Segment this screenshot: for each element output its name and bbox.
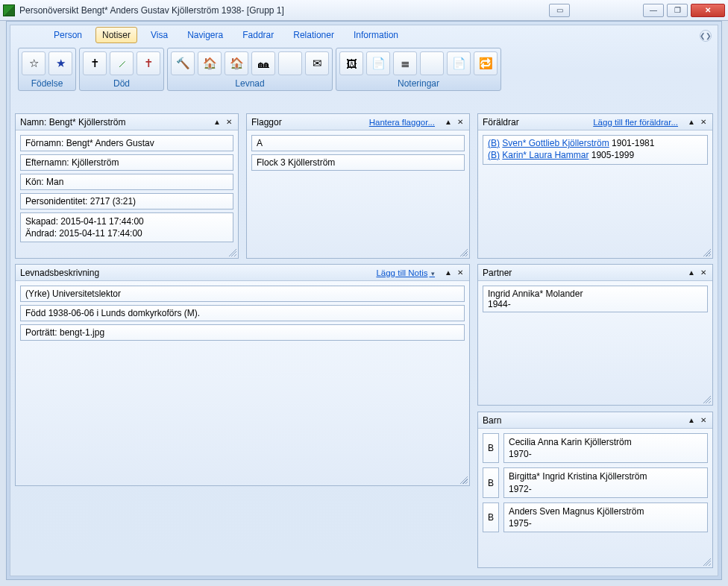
child-row[interactable]: B Birgitta* Ingrid Kristina Kjöllerström… <box>483 467 708 497</box>
tray-button[interactable] <box>549 4 570 17</box>
flag-item-1[interactable]: A <box>251 135 465 151</box>
menu-relationer[interactable]: Relationer <box>287 28 340 42</box>
resize-grip[interactable] <box>702 394 711 403</box>
chevron-down-icon: ▾ <box>429 270 435 277</box>
page-icon[interactable]: 📄 <box>366 51 390 75</box>
panel-levnad-title: Levnadsbeskrivning <box>20 268 99 278</box>
ribbon-collapse-icon[interactable]: ❮❯ <box>700 30 712 42</box>
panel-foraldrar-title: Föräldrar <box>483 117 519 127</box>
child-years: 1970- <box>509 448 703 460</box>
panel-partner-close-icon[interactable]: ✕ <box>699 268 708 277</box>
panel-flaggor-up-icon[interactable]: ▲ <box>444 118 453 126</box>
resize-grip[interactable] <box>702 248 711 256</box>
ribbon-group-dod: ✝ ⟋ ✝ Död <box>79 48 164 91</box>
house-flag-icon[interactable]: 🏠 <box>198 51 222 75</box>
panel-foraldrar: Föräldrar Lägg till fler föräldrar... ▲ … <box>477 113 713 259</box>
parent-tag: (B) <box>488 138 500 148</box>
child-name: Birgitta* Ingrid Kristina Kjöllerström <box>509 470 703 482</box>
parent-years: 1901-1981 <box>612 138 654 148</box>
blank-levnad-icon[interactable] <box>278 51 302 75</box>
panel-foraldrar-up-icon[interactable]: ▲ <box>687 118 696 126</box>
label-andrad: Ändrad: 2015-04-11 17:44:00 <box>25 227 228 239</box>
levnad-item-3[interactable]: Porträtt: bengt-1.jpg <box>20 324 465 341</box>
image-icon[interactable]: 🖼 <box>339 51 363 75</box>
child-badge: B <box>483 433 499 463</box>
panel-flaggor-close-icon[interactable]: ✕ <box>456 118 465 126</box>
parent-name-link[interactable]: Karin* Laura Hammar <box>502 150 589 160</box>
levnad-item-1[interactable]: (Yrke) Universitetslektor <box>20 286 465 302</box>
menu-faddrar[interactable]: Faddrar <box>236 28 280 42</box>
close-button[interactable] <box>691 4 725 17</box>
parent-name-link[interactable]: Sven* Gottlieb Kjöllerström <box>502 138 609 148</box>
star-outline-icon[interactable]: ☆ <box>22 51 46 75</box>
mail-icon[interactable]: ✉ <box>305 51 329 75</box>
parent-years: 1905-1999 <box>592 150 634 160</box>
panel-foraldrar-close-icon[interactable]: ✕ <box>699 118 708 126</box>
panel-barn-up-icon[interactable]: ▲ <box>687 416 696 424</box>
panel-levnad-up-icon[interactable]: ▲ <box>444 268 453 277</box>
app-frame: Person Notiser Visa Navigera Faddrar Rel… <box>6 21 722 580</box>
panel-barn-close-icon[interactable]: ✕ <box>699 416 708 424</box>
swap-icon[interactable]: 🔁 <box>474 51 498 75</box>
resize-grip[interactable] <box>459 475 468 484</box>
menu-visa[interactable]: Visa <box>145 28 174 42</box>
menubar: Person Notiser Visa Navigera Faddrar Rel… <box>10 25 718 45</box>
child-years: 1972- <box>509 483 703 495</box>
parents-box: (B) Sven* Gottlieb Kjöllerström 1901-198… <box>483 135 708 165</box>
child-years: 1975- <box>509 517 703 529</box>
ribbon-label-fodelse: Födelse <box>22 75 72 89</box>
ribbon-label-levnad: Levnad <box>171 75 329 89</box>
ribbon-group-levnad: 🔨 🏠 🏠 🏘 ✉ Levnad <box>167 48 333 91</box>
panel-name-close-icon[interactable]: ✕ <box>225 118 233 126</box>
parent-row[interactable]: (B) Karin* Laura Hammar 1905-1999 <box>488 150 703 160</box>
resize-grip[interactable] <box>228 248 236 256</box>
houses-icon[interactable]: 🏘 <box>251 51 275 75</box>
page-red-icon[interactable]: 📄 <box>447 51 471 75</box>
menu-navigera[interactable]: Navigera <box>181 28 229 42</box>
cross-mark-icon[interactable]: ✝ <box>136 51 160 75</box>
wand-icon[interactable]: ⟋ <box>110 51 134 75</box>
panel-flaggor-action[interactable]: Hantera flaggor... <box>369 118 439 127</box>
parent-tag: (B) <box>488 150 500 160</box>
panel-barn-title: Barn <box>483 415 501 426</box>
panel-barn: Barn ▲ ✕ B Cecilia Anna Karin Kjöllerstr… <box>477 412 713 568</box>
child-badge: B <box>483 502 499 532</box>
panels-area: Namn: Bengt* Kjöllerström ▲ ✕ Förnamn: B… <box>15 113 713 571</box>
field-efternamn[interactable]: Efternamn: Kjöllerström <box>20 154 233 171</box>
field-fornamn[interactable]: Förnamn: Bengt* Anders Gustav <box>20 135 233 151</box>
levnad-item-2[interactable]: Född 1938-06-06 i Lunds domkyrkoförs (M)… <box>20 305 465 321</box>
panel-name-up-icon[interactable]: ▲ <box>213 118 222 126</box>
field-personid[interactable]: Personidentitet: 2717 (3:21) <box>20 193 233 209</box>
menu-information[interactable]: Information <box>348 28 404 42</box>
star-filled-icon[interactable]: ★ <box>48 51 72 75</box>
panel-levnad-close-icon[interactable]: ✕ <box>456 268 465 277</box>
ribbon-group-fodelse: ☆ ★ Födelse <box>18 48 76 91</box>
ribbon-label-noteringar: Noteringar <box>339 75 498 89</box>
menu-person[interactable]: Person <box>48 28 88 42</box>
field-timestamps: Skapad: 2015-04-11 17:44:00 Ändrad: 2015… <box>20 212 233 242</box>
resize-grip[interactable] <box>702 557 711 566</box>
blank-noter-icon[interactable] <box>420 51 444 75</box>
flag-item-2[interactable]: Flock 3 Kjöllerström <box>251 154 465 171</box>
titlebar: Personöversikt Bengt* Anders Gustav Kjöl… <box>0 0 728 21</box>
menu-notiser[interactable]: Notiser <box>95 27 137 43</box>
panel-partner: Partner ▲ ✕ Ingrid Annika* Molander 1944… <box>477 264 713 406</box>
maximize-button[interactable] <box>667 4 688 17</box>
partner-box[interactable]: Ingrid Annika* Molander 1944- <box>483 286 708 312</box>
child-badge: B <box>483 467 499 497</box>
lines-icon[interactable]: ≣ <box>393 51 417 75</box>
panel-name-title: Namn: Bengt* Kjöllerström <box>20 117 125 127</box>
house-red-icon[interactable]: 🏠 <box>225 51 248 75</box>
panel-partner-up-icon[interactable]: ▲ <box>687 268 696 277</box>
child-row[interactable]: B Anders Sven Magnus Kjöllerström 1975- <box>483 502 708 532</box>
panel-levnad-action[interactable]: Lägg till Notis ▾ <box>376 268 439 277</box>
panel-foraldrar-action[interactable]: Lägg till fler föräldrar... <box>593 118 682 127</box>
resize-grip[interactable] <box>459 248 468 256</box>
cross-icon[interactable]: ✝ <box>83 51 107 75</box>
child-row[interactable]: B Cecilia Anna Karin Kjöllerström 1970- <box>483 433 708 463</box>
hammer-icon[interactable]: 🔨 <box>171 51 195 75</box>
partner-name: Ingrid Annika* Molander <box>488 289 703 299</box>
field-kon[interactable]: Kön: Man <box>20 174 233 190</box>
parent-row[interactable]: (B) Sven* Gottlieb Kjöllerström 1901-198… <box>488 138 703 148</box>
minimize-button[interactable] <box>643 4 664 17</box>
